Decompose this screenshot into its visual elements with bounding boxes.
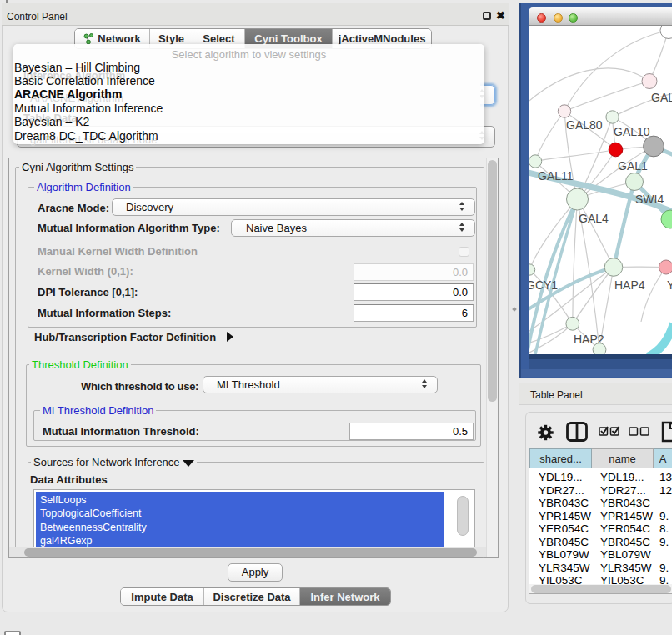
svg-text:GAL7: GAL7 — [651, 91, 672, 104]
svg-text:HAP2: HAP2 — [574, 332, 604, 346]
svg-text:GAL10: GAL10 — [614, 125, 650, 138]
svg-text:GAL11: GAL11 — [538, 169, 574, 182]
svg-text:GAL80: GAL80 — [566, 118, 603, 132]
svg-text:HAP4: HAP4 — [614, 278, 645, 292]
svg-text:Y: Y — [667, 278, 672, 292]
svg-text:GAL1: GAL1 — [618, 159, 648, 172]
svg-text:GCY1: GCY1 — [529, 278, 558, 292]
svg-text:GAL4: GAL4 — [579, 212, 609, 225]
svg-text:SWI4: SWI4 — [635, 192, 664, 206]
